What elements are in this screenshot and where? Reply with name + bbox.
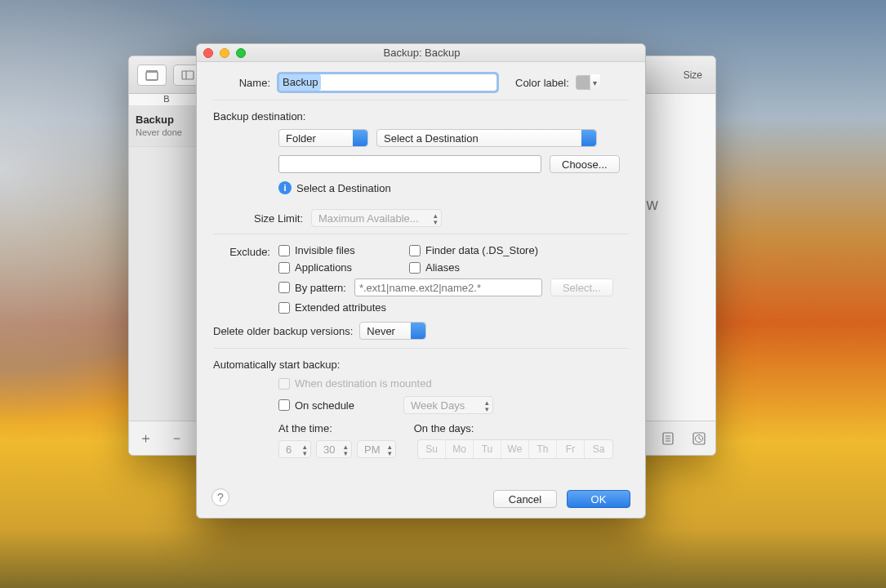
backup-destination-label: Backup destination: — [213, 110, 629, 122]
clock-icon — [692, 432, 706, 445]
day-mo[interactable]: Mo — [446, 440, 474, 458]
cancel-button[interactable]: Cancel — [493, 490, 557, 508]
document-icon — [662, 432, 674, 445]
exclude-invisible-checkbox[interactable]: Invisible files — [278, 244, 409, 256]
svg-rect-2 — [182, 71, 194, 79]
toolbar-view-1[interactable] — [137, 65, 167, 86]
exclude-extended-attrs-checkbox[interactable]: Extended attributes — [278, 301, 629, 314]
day-sa[interactable]: Sa — [585, 440, 612, 458]
sidebar-item-backup[interactable]: Backup Never done — [129, 105, 203, 147]
color-label-picker[interactable] — [576, 75, 600, 90]
destination-select-dropdown[interactable]: Select a Destination ▴▾ — [376, 129, 597, 147]
colorlabel-label: Color label: — [515, 77, 576, 89]
destination-path-input[interactable] — [278, 155, 541, 173]
backup-settings-sheet: Backup: Backup Name: Backup Color label:… — [196, 43, 646, 519]
schedule-mode-value: Week Days — [411, 399, 465, 412]
delete-older-dropdown[interactable]: Never ▴▾ — [359, 322, 426, 340]
info-icon: i — [278, 181, 292, 194]
day-su[interactable]: Su — [418, 440, 446, 458]
destination-hint: Select a Destination — [296, 182, 391, 194]
svg-rect-1 — [146, 70, 158, 73]
sidebar-item-title: Backup — [136, 114, 197, 126]
auto-start-label: Automatically start backup: — [213, 359, 629, 371]
footer-doc-icon[interactable] — [660, 430, 676, 447]
exclude-finder-checkbox[interactable]: Finder data (.DS_Store) — [409, 244, 538, 256]
parent-sidebar: Backup Never done — [129, 105, 204, 421]
separator-1 — [213, 100, 629, 100]
destination-type-value: Folder — [286, 132, 316, 145]
svg-rect-0 — [146, 72, 158, 80]
size-limit-value: Maximum Available... — [318, 212, 419, 225]
help-button[interactable]: ? — [211, 488, 229, 506]
sheet-titlebar[interactable]: Backup: Backup — [197, 44, 645, 62]
size-limit-label: Size Limit: — [213, 212, 311, 225]
delete-older-value: Never — [367, 325, 395, 337]
sidebar-item-sub: Never done — [136, 127, 182, 137]
size-limit-dropdown[interactable]: Maximum Available... ▴▾ — [311, 209, 442, 227]
time-hour[interactable]: 6▴▾ — [278, 440, 311, 458]
remove-button[interactable]: － — [168, 430, 185, 447]
auto-when-mounted-checkbox[interactable]: When destination is mounted — [278, 377, 629, 390]
split-icon — [181, 69, 194, 81]
day-fr[interactable]: Fr — [557, 440, 585, 458]
footer-clock-icon[interactable] — [691, 430, 707, 447]
name-value: Backup — [279, 74, 321, 91]
days-selector[interactable]: Su Mo Tu We Th Fr Sa — [417, 439, 613, 459]
time-minute[interactable]: 30▴▾ — [316, 440, 352, 458]
name-label: Name: — [213, 77, 278, 89]
delete-older-label: Delete older backup versions: — [213, 325, 359, 337]
separator-2 — [213, 234, 629, 234]
parent-sidebar-caption: B — [129, 94, 204, 104]
add-button[interactable]: ＋ — [137, 430, 154, 447]
day-th[interactable]: Th — [529, 440, 557, 458]
exclude-select-button[interactable]: Select... — [550, 278, 613, 296]
separator-3 — [213, 348, 629, 349]
destination-select-value: Select a Destination — [384, 132, 479, 145]
time-label: At the time: — [278, 422, 332, 434]
box-icon — [145, 69, 158, 81]
ok-button[interactable]: OK — [567, 490, 630, 508]
day-tu[interactable]: Tu — [474, 440, 501, 458]
choose-button[interactable]: Choose... — [550, 155, 620, 173]
schedule-mode-dropdown[interactable]: Week Days ▴▾ — [403, 396, 493, 414]
exclude-pattern-checkbox[interactable]: By pattern: — [278, 282, 346, 294]
exclude-aliases-checkbox[interactable]: Aliases — [409, 261, 460, 274]
exclude-pattern-input[interactable] — [354, 278, 542, 296]
on-schedule-checkbox[interactable]: On schedule — [278, 399, 354, 412]
day-we[interactable]: We — [501, 440, 529, 458]
days-label: On the days: — [414, 422, 474, 434]
desktop-wallpaper: Size B Backup Never done on below ＋ － — [0, 0, 886, 588]
destination-type-dropdown[interactable]: Folder ▴▾ — [278, 129, 368, 147]
exclude-label: Exclude: — [213, 244, 278, 258]
time-ampm[interactable]: PM▴▾ — [357, 440, 396, 458]
name-input[interactable]: Backup — [278, 74, 497, 91]
exclude-applications-checkbox[interactable]: Applications — [278, 261, 409, 274]
svg-line-11 — [699, 439, 701, 440]
sheet-title: Backup: Backup — [205, 47, 639, 59]
